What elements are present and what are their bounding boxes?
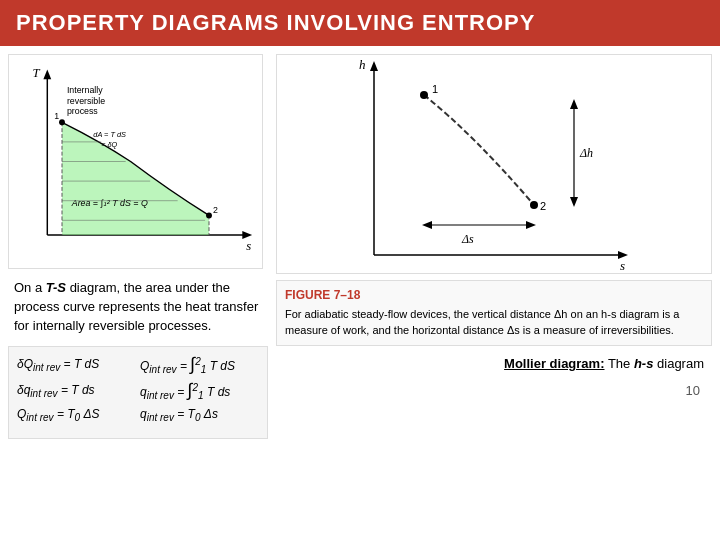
svg-marker-35: [570, 197, 578, 207]
mollier-bold: Mollier diagram:: [504, 356, 604, 371]
eq-row-3: Qint rev = T0 ΔS qint rev = T0 Δs: [17, 407, 259, 423]
svg-text:1: 1: [54, 111, 59, 121]
svg-text:Δs: Δs: [461, 232, 474, 246]
eq-row-1: δQint rev = T dS Qint rev = ∫21 T dS: [17, 355, 259, 375]
svg-text:Area = ∫₁² T dS = Q: Area = ∫₁² T dS = Q: [71, 198, 148, 208]
svg-text:2: 2: [213, 205, 218, 215]
svg-point-30: [530, 201, 538, 209]
svg-point-12: [206, 212, 212, 218]
eq2-left: δqint rev = T ds: [17, 383, 132, 399]
svg-text:2: 2: [540, 200, 546, 212]
figure-label: FIGURE 7–18: [285, 287, 703, 304]
svg-marker-25: [370, 61, 378, 71]
svg-text:s: s: [246, 239, 251, 253]
hs-italic: h-s: [634, 356, 654, 371]
eq3-right: qint rev = T0 Δs: [140, 407, 218, 423]
svg-text:= δQ: = δQ: [101, 140, 117, 149]
left-panel: T s Internally reversible process: [8, 54, 268, 532]
svg-text:process: process: [67, 106, 98, 116]
mollier-suffix: diagram: [657, 356, 704, 371]
svg-text:s: s: [620, 258, 625, 273]
svg-text:Δh: Δh: [579, 146, 593, 160]
eq1-right: Qint rev = ∫21 T dS: [140, 355, 235, 375]
main-content: T s Internally reversible process: [0, 46, 720, 540]
eq1-left: δQint rev = T dS: [17, 357, 132, 373]
figure-caption-text: For adiabatic steady-flow devices, the v…: [285, 307, 703, 339]
description-text: On a T-S diagram, the area under the pro…: [8, 275, 268, 340]
svg-text:dA = T dS: dA = T dS: [93, 130, 126, 139]
hs-diagram-svg: h s 1 2 Δh: [277, 55, 711, 275]
mollier-row: Mollier diagram: The h-s diagram: [276, 352, 712, 375]
svg-text:h: h: [359, 57, 366, 72]
desc-line1: On a T-S diagram, the area under the pro…: [14, 280, 258, 333]
page-header: PROPERTY DIAGRAMS INVOLVING ENTROPY: [0, 0, 720, 46]
figure-caption: FIGURE 7–18 For adiabatic steady-flow de…: [276, 280, 712, 346]
eq-row-2: δqint rev = T ds qint rev = ∫21 T ds: [17, 381, 259, 401]
eq3-left: Qint rev = T0 ΔS: [17, 407, 132, 423]
ts-diagram-svg: T s Internally reversible process: [13, 59, 258, 264]
ts-diagram-container: T s Internally reversible process: [8, 54, 263, 269]
svg-marker-34: [570, 99, 578, 109]
svg-text:reversible: reversible: [67, 96, 105, 106]
page-number: 10: [276, 381, 712, 402]
right-panel: h s 1 2 Δh: [276, 54, 712, 532]
svg-marker-2: [43, 69, 51, 79]
ts-italic: T-S: [46, 280, 66, 295]
equations-box: δQint rev = T dS Qint rev = ∫21 T dS δqi…: [8, 346, 268, 439]
mollier-text: Mollier diagram: The h-s diagram: [504, 356, 704, 371]
eq2-right: qint rev = ∫21 T ds: [140, 381, 230, 401]
header-title: PROPERTY DIAGRAMS INVOLVING ENTROPY: [16, 10, 535, 35]
svg-text:1: 1: [432, 83, 438, 95]
hs-diagram-container: h s 1 2 Δh: [276, 54, 712, 274]
svg-point-29: [420, 91, 428, 99]
svg-text:Internally: Internally: [67, 85, 103, 95]
svg-text:T: T: [33, 66, 41, 80]
svg-point-11: [59, 119, 65, 125]
svg-marker-39: [526, 221, 536, 229]
page-container: PROPERTY DIAGRAMS INVOLVING ENTROPY T s: [0, 0, 720, 540]
svg-marker-38: [422, 221, 432, 229]
mollier-the: The: [608, 356, 634, 371]
